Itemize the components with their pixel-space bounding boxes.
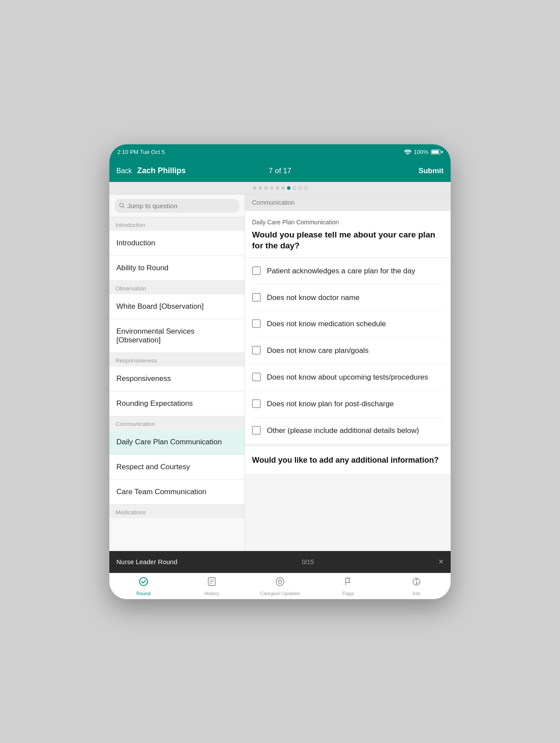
tab-bar: Round History Caregiver Updates xyxy=(109,573,451,599)
progress-indicator: 7 of 17 xyxy=(269,167,291,175)
section-responsiveness: Responsiveness xyxy=(109,353,245,366)
sidebar-item-daily-care-plan[interactable]: Daily Care Plan Communication xyxy=(109,430,245,455)
section-medications: Medications xyxy=(109,505,245,518)
flags-icon xyxy=(343,576,354,590)
wifi-icon xyxy=(404,150,411,155)
section-observation: Observation xyxy=(109,281,245,294)
search-bar xyxy=(109,195,245,217)
svg-point-0 xyxy=(407,154,408,155)
question-title: Would you please tell me about your care… xyxy=(252,229,444,251)
right-panel: Communication Daily Care Plan Communicat… xyxy=(245,195,451,551)
battery-percentage: 100% xyxy=(414,149,428,155)
dot-2 xyxy=(259,186,262,190)
sidebar-item-responsiveness[interactable]: Responsiveness xyxy=(109,366,245,391)
close-button[interactable]: × xyxy=(438,557,444,567)
dot-9 xyxy=(298,186,302,190)
section-communication: Communication xyxy=(109,416,245,430)
option-6[interactable]: Does not know plan for post-discharge xyxy=(252,391,444,418)
nav-bar: Back Zach Phillips 7 of 17 Submit xyxy=(109,160,451,182)
section-introduction: Introduction xyxy=(109,217,245,231)
checkbox-1[interactable] xyxy=(252,266,261,275)
checkbox-3[interactable] xyxy=(252,319,261,328)
svg-point-8 xyxy=(416,579,417,581)
option-label-3: Does not know medication schedule xyxy=(267,319,386,329)
tab-info[interactable]: Info xyxy=(382,573,451,599)
back-button[interactable]: Back xyxy=(116,167,132,175)
tab-flags-label: Flags xyxy=(343,591,354,596)
sidebar-item-ability-to-round[interactable]: Ability to Round xyxy=(109,256,245,281)
search-wrapper[interactable] xyxy=(115,199,239,213)
status-bar: 2:10 PM Tue Oct 5 100% xyxy=(109,144,451,160)
option-2[interactable]: Does not know doctor name xyxy=(252,285,444,311)
sidebar-item-introduction[interactable]: Introduction xyxy=(109,231,245,256)
battery-icon xyxy=(431,150,443,154)
option-label-4: Does not know care plan/goals xyxy=(267,345,368,356)
status-right: 100% xyxy=(404,149,443,155)
sidebar-item-respect-courtesy[interactable]: Respect and Courtesy xyxy=(109,455,245,480)
sidebar-item-white-board[interactable]: White Board [Observation] xyxy=(109,294,245,319)
question-category: Daily Care Plan Communication xyxy=(252,219,444,226)
option-1[interactable]: Patient acknowledges a care plan for the… xyxy=(252,258,444,285)
main-content: Introduction Introduction Ability to Rou… xyxy=(109,195,451,551)
dot-8 xyxy=(293,186,296,190)
dot-7 xyxy=(287,186,290,190)
checkbox-7[interactable] xyxy=(252,426,261,435)
tab-info-label: Info xyxy=(413,591,420,596)
checkbox-4[interactable] xyxy=(252,346,261,355)
sidebar: Introduction Introduction Ability to Rou… xyxy=(109,195,245,551)
option-label-6: Does not know plan for post-discharge xyxy=(267,399,394,409)
dot-1 xyxy=(253,186,256,190)
info-icon xyxy=(411,576,422,590)
dot-6 xyxy=(281,186,285,190)
option-7[interactable]: Other (please include additional details… xyxy=(252,418,444,444)
submit-button[interactable]: Submit xyxy=(418,167,444,175)
sidebar-item-care-team-communication[interactable]: Care Team Communication xyxy=(109,480,245,505)
additional-title: Would you like to add any additional inf… xyxy=(252,455,444,466)
round-count: 0/15 xyxy=(302,558,314,565)
history-icon xyxy=(206,576,217,590)
round-label: Nurse Leader Round xyxy=(116,558,177,565)
caregiver-icon xyxy=(275,576,285,590)
checkbox-6[interactable] xyxy=(252,399,261,408)
tab-caregiver-label: Caregiver Updates xyxy=(260,591,300,596)
question-block: Daily Care Plan Communication Would you … xyxy=(245,211,451,258)
round-icon xyxy=(138,576,149,590)
checkbox-2[interactable] xyxy=(252,293,261,302)
option-3[interactable]: Does not know medication schedule xyxy=(252,311,444,338)
option-label-5: Does not know about upcoming tests/proce… xyxy=(267,372,428,383)
option-5[interactable]: Does not know about upcoming tests/proce… xyxy=(252,364,444,391)
svg-line-2 xyxy=(123,206,124,208)
dot-4 xyxy=(270,186,273,190)
svg-point-7 xyxy=(280,581,280,582)
progress-dots xyxy=(109,182,451,195)
additional-section: Would you like to add any additional inf… xyxy=(245,447,451,474)
section-label: Communication xyxy=(245,195,451,211)
option-label-2: Does not know doctor name xyxy=(267,293,360,303)
sidebar-item-environmental-services[interactable]: Environmental Services [Observation] xyxy=(109,319,245,353)
search-icon xyxy=(119,202,125,209)
sidebar-item-rounding-expectations[interactable]: Rounding Expectations xyxy=(109,391,245,416)
option-label-1: Patient acknowledges a care plan for the… xyxy=(267,266,415,276)
options-list: Patient acknowledges a care plan for the… xyxy=(245,258,451,444)
svg-point-3 xyxy=(140,578,147,586)
tab-caregiver-updates[interactable]: Caregiver Updates xyxy=(246,573,314,599)
tab-history[interactable]: History xyxy=(178,573,246,599)
option-4[interactable]: Does not know care plan/goals xyxy=(252,338,444,364)
status-time: 2:10 PM Tue Oct 5 xyxy=(117,149,164,155)
dot-5 xyxy=(276,186,279,190)
tab-flags[interactable]: Flags xyxy=(314,573,382,599)
tab-round-label: Round xyxy=(136,591,150,596)
device-frame: 2:10 PM Tue Oct 5 100% Back Zach Phillip… xyxy=(109,144,451,599)
bottom-bar: Nurse Leader Round 0/15 × xyxy=(109,551,451,573)
search-input[interactable] xyxy=(127,202,235,209)
dot-10 xyxy=(304,186,308,190)
checkbox-5[interactable] xyxy=(252,373,261,381)
tab-history-label: History xyxy=(204,591,219,596)
tab-round[interactable]: Round xyxy=(109,573,178,599)
dot-3 xyxy=(264,186,268,190)
option-label-7: Other (please include additional details… xyxy=(267,426,419,436)
